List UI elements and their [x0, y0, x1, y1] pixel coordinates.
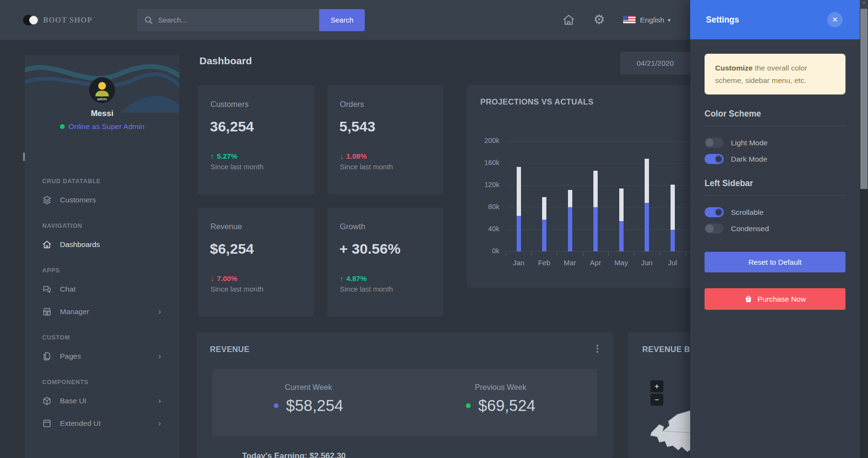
purchase-now-button[interactable]: Purchase Now: [705, 288, 845, 310]
x-axis-label: Jul: [660, 258, 685, 267]
current-week-label: Current Week: [212, 383, 405, 392]
box-icon: [42, 396, 52, 406]
customize-notice: Customize the overall color scheme, side…: [705, 54, 845, 94]
kebab-menu-icon[interactable]: ⋮: [593, 343, 602, 354]
x-axis-label: Apr: [583, 258, 609, 267]
toggle-label: Condensed: [731, 224, 769, 233]
left-sidebar: admin Messi Online as Super Admin CRUD D…: [25, 55, 179, 458]
stat-card-growth: Growth+ 30.56%↑4.87%Since last month: [327, 208, 443, 317]
shopping-bag-icon: [744, 295, 752, 303]
x-axis-tick: [506, 252, 506, 256]
sidebar-heading-crud-datatable: CRUD DATATABLE: [42, 178, 179, 185]
stat-delta-value: 7.00%: [217, 274, 238, 282]
pages-icon: [42, 352, 52, 361]
language-selector[interactable]: English ▾: [623, 16, 671, 24]
sidebar-item-base-ui[interactable]: Base UI›: [42, 389, 179, 412]
us-flag-icon: [623, 16, 636, 24]
toggle-switch[interactable]: [705, 223, 724, 234]
toggle-light-mode[interactable]: Light Mode: [705, 138, 845, 148]
toggle-knob: [715, 155, 723, 163]
divider: [705, 126, 845, 126]
chevron-right-icon: ›: [158, 352, 161, 361]
scrollbar-up-arrow[interactable]: ⌃: [860, 0, 868, 8]
revenue-summary-panel: Current Week $58,254 Previous Week $69,5…: [212, 369, 597, 436]
sidebar-item-pages[interactable]: Pages›: [42, 345, 179, 367]
sidebar-item-manager[interactable]: Manager›: [42, 300, 179, 323]
language-label: English: [640, 16, 664, 24]
stat-card-orders: Orders5,543↓1.08%Since last month: [327, 85, 443, 194]
bar-actuals-mar: [568, 207, 572, 251]
revenue-card: REVENUE ⋮ Current Week $58,254 Previous …: [197, 332, 613, 458]
sidebar-item-dashboards[interactable]: Dashboards: [42, 233, 179, 256]
sidebar-scrollbar-thumb[interactable]: [23, 153, 25, 161]
avatar[interactable]: admin: [89, 77, 115, 103]
stat-label: Orders: [340, 100, 443, 109]
stat-caption: Since last month: [210, 163, 314, 171]
x-axis-label: Jan: [506, 258, 532, 267]
bar-projections-may: [619, 188, 624, 221]
bar-actuals-jul: [671, 230, 675, 251]
close-icon[interactable]: ✕: [827, 12, 843, 27]
current-week-dot-icon: [274, 403, 278, 408]
sidebar-item-extended-ui[interactable]: Extended UI›: [42, 412, 179, 435]
x-axis-tick: [608, 252, 609, 256]
stat-label: Customers: [210, 100, 314, 109]
x-axis-tick: [557, 252, 557, 256]
y-axis-tick: 0k: [472, 247, 499, 255]
sidebar-item-label: Pages: [60, 352, 81, 361]
x-axis-label: Mar: [557, 258, 583, 267]
toggle-switch[interactable]: [705, 154, 724, 164]
sidebar-item-chat[interactable]: Chat: [42, 278, 179, 300]
user-name: Messi: [25, 109, 179, 118]
toggle-scrollable[interactable]: Scrollable: [705, 207, 845, 217]
toggle-dark-mode[interactable]: Dark Mode: [705, 154, 845, 164]
settings-heading-left-sidebar: Left Sidebar: [705, 178, 845, 188]
date-picker[interactable]: 04/21/2020: [620, 52, 690, 74]
stat-value: 5,543: [339, 118, 443, 135]
toggle-switch[interactable]: [705, 138, 724, 148]
toggle-knob: [706, 139, 714, 147]
reset-to-default-button[interactable]: Reset to Default: [705, 252, 845, 272]
layers-icon: [42, 195, 52, 205]
chevron-right-icon: ›: [158, 307, 161, 317]
sidebar-item-label: Base UI: [60, 397, 86, 405]
current-week-value: $58,254: [212, 397, 405, 415]
stat-card-customers: Customers36,254↑5.27%Since last month: [198, 85, 314, 194]
bar-actuals-jun: [645, 203, 649, 251]
gridline: [507, 141, 699, 141]
previous-week-block: Previous Week $69,524: [405, 369, 597, 436]
home-icon[interactable]: [562, 13, 575, 26]
bar-projections-jun: [645, 159, 649, 203]
brand-logo[interactable]: BOOT SHOP: [23, 14, 109, 26]
bar-projections-jan: [517, 167, 521, 216]
toggle-switch[interactable]: [705, 207, 724, 217]
stat-caption: Since last month: [340, 163, 443, 171]
map-zoom-in-button[interactable]: +: [650, 380, 663, 392]
stat-delta-value: 1.08%: [347, 152, 367, 160]
sidebar-heading-navigation: NAVIGATION: [42, 223, 179, 229]
sidebar-item-customers[interactable]: Customers: [42, 188, 179, 211]
stat-delta: ↑4.87%: [340, 274, 443, 282]
toggle-condensed[interactable]: Condensed: [705, 223, 845, 234]
stat-delta-value: 4.87%: [347, 274, 367, 282]
gear-icon[interactable]: ⚙: [593, 13, 605, 26]
brand-logo-icon: [23, 14, 39, 26]
toggle-label: Dark Mode: [731, 155, 767, 164]
settings-heading-color-scheme: Color Scheme: [705, 109, 845, 119]
scrollbar-thumb[interactable]: [860, 9, 868, 189]
stat-label: Revenue: [210, 222, 314, 231]
x-axis-label: May: [608, 258, 634, 267]
chat-icon: [42, 284, 52, 294]
chevron-right-icon: ›: [158, 419, 161, 428]
chevron-down-icon: ▾: [668, 17, 671, 23]
stat-value: $6,254: [210, 241, 314, 257]
sidebar-item-label: Manager: [60, 307, 89, 316]
search-input[interactable]: [137, 9, 319, 31]
bar-actuals-jan: [517, 216, 521, 251]
bar-projections-feb: [542, 197, 546, 220]
search-button[interactable]: Search: [319, 9, 365, 31]
bar-actuals-feb: [542, 220, 546, 251]
projections-chart-card: PROJECTIONS VS ACTUALS 0k40k80k120k160k2…: [467, 85, 706, 288]
search-bar: Search: [137, 9, 365, 31]
y-axis-tick: 160k: [472, 159, 499, 166]
